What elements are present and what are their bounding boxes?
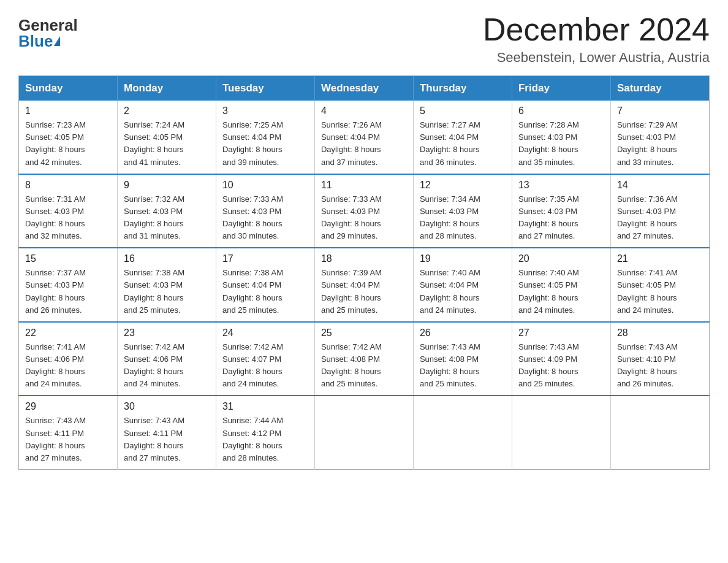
day-number: 21 bbox=[617, 253, 703, 264]
day-cell: 1 Sunrise: 7:23 AM Sunset: 4:05 PM Dayli… bbox=[19, 101, 118, 174]
day-cell: 22 Sunrise: 7:41 AM Sunset: 4:06 PM Dayl… bbox=[19, 322, 118, 396]
day-cell: 10 Sunrise: 7:33 AM Sunset: 4:03 PM Dayl… bbox=[216, 174, 314, 248]
day-info: Sunrise: 7:36 AM Sunset: 4:03 PM Dayligh… bbox=[617, 193, 703, 243]
header-saturday: Saturday bbox=[610, 76, 709, 101]
logo-general-text: General bbox=[18, 17, 78, 33]
day-cell: 18 Sunrise: 7:39 AM Sunset: 4:04 PM Dayl… bbox=[314, 248, 413, 322]
day-number: 23 bbox=[124, 327, 210, 339]
day-number: 26 bbox=[420, 327, 506, 339]
logo-triangle-icon bbox=[54, 36, 60, 46]
day-cell: 20 Sunrise: 7:40 AM Sunset: 4:05 PM Dayl… bbox=[512, 248, 610, 322]
calendar-subtitle: Seebenstein, Lower Austria, Austria bbox=[483, 50, 710, 66]
day-number: 27 bbox=[518, 327, 604, 339]
day-number: 12 bbox=[420, 180, 506, 191]
day-cell: 17 Sunrise: 7:38 AM Sunset: 4:04 PM Dayl… bbox=[216, 248, 314, 322]
day-info: Sunrise: 7:34 AM Sunset: 4:03 PM Dayligh… bbox=[420, 193, 506, 243]
day-number: 10 bbox=[222, 180, 308, 191]
day-info: Sunrise: 7:26 AM Sunset: 4:04 PM Dayligh… bbox=[321, 119, 407, 169]
day-cell: 15 Sunrise: 7:37 AM Sunset: 4:03 PM Dayl… bbox=[19, 248, 118, 322]
day-cell: 7 Sunrise: 7:29 AM Sunset: 4:03 PM Dayli… bbox=[610, 101, 709, 174]
day-number: 16 bbox=[124, 253, 210, 264]
day-cell: 19 Sunrise: 7:40 AM Sunset: 4:04 PM Dayl… bbox=[413, 248, 512, 322]
day-cell: 2 Sunrise: 7:24 AM Sunset: 4:05 PM Dayli… bbox=[117, 101, 216, 174]
day-info: Sunrise: 7:33 AM Sunset: 4:03 PM Dayligh… bbox=[321, 193, 407, 243]
title-section: December 2024 Seebenstein, Lower Austria… bbox=[483, 12, 710, 66]
day-number: 20 bbox=[518, 253, 604, 264]
day-info: Sunrise: 7:35 AM Sunset: 4:03 PM Dayligh… bbox=[518, 193, 604, 243]
day-cell: 27 Sunrise: 7:43 AM Sunset: 4:09 PM Dayl… bbox=[512, 322, 610, 396]
day-number: 6 bbox=[518, 105, 604, 117]
day-number: 24 bbox=[222, 327, 308, 339]
day-number: 25 bbox=[321, 327, 407, 339]
day-number: 2 bbox=[124, 105, 210, 117]
day-cell: 24 Sunrise: 7:42 AM Sunset: 4:07 PM Dayl… bbox=[216, 322, 314, 396]
header-monday: Monday bbox=[117, 76, 216, 101]
day-number: 22 bbox=[25, 327, 111, 339]
page-header: General Blue December 2024 Seebenstein, … bbox=[18, 12, 710, 66]
day-info: Sunrise: 7:38 AM Sunset: 4:04 PM Dayligh… bbox=[222, 267, 308, 316]
day-cell: 6 Sunrise: 7:28 AM Sunset: 4:03 PM Dayli… bbox=[512, 101, 610, 174]
day-number: 13 bbox=[518, 180, 604, 191]
day-cell: 21 Sunrise: 7:41 AM Sunset: 4:05 PM Dayl… bbox=[610, 248, 709, 322]
week-row-2: 8 Sunrise: 7:31 AM Sunset: 4:03 PM Dayli… bbox=[19, 174, 710, 248]
day-number: 7 bbox=[617, 105, 703, 117]
day-cell: 26 Sunrise: 7:43 AM Sunset: 4:08 PM Dayl… bbox=[413, 322, 512, 396]
day-info: Sunrise: 7:32 AM Sunset: 4:03 PM Dayligh… bbox=[124, 193, 210, 243]
day-info: Sunrise: 7:43 AM Sunset: 4:08 PM Dayligh… bbox=[420, 341, 506, 391]
day-info: Sunrise: 7:40 AM Sunset: 4:04 PM Dayligh… bbox=[420, 267, 506, 316]
day-cell: 25 Sunrise: 7:42 AM Sunset: 4:08 PM Dayl… bbox=[314, 322, 413, 396]
day-number: 30 bbox=[124, 401, 210, 412]
day-cell: 12 Sunrise: 7:34 AM Sunset: 4:03 PM Dayl… bbox=[413, 174, 512, 248]
day-cell: 31 Sunrise: 7:44 AM Sunset: 4:12 PM Dayl… bbox=[216, 396, 314, 469]
day-info: Sunrise: 7:29 AM Sunset: 4:03 PM Dayligh… bbox=[617, 119, 703, 169]
weekday-header-row: Sunday Monday Tuesday Wednesday Thursday… bbox=[19, 76, 710, 101]
day-info: Sunrise: 7:24 AM Sunset: 4:05 PM Dayligh… bbox=[124, 119, 210, 169]
day-number: 1 bbox=[25, 105, 111, 117]
header-tuesday: Tuesday bbox=[216, 76, 314, 101]
logo: General Blue bbox=[18, 12, 78, 49]
day-cell bbox=[314, 396, 413, 469]
day-info: Sunrise: 7:28 AM Sunset: 4:03 PM Dayligh… bbox=[518, 119, 604, 169]
header-thursday: Thursday bbox=[413, 76, 512, 101]
day-cell bbox=[512, 396, 610, 469]
week-row-3: 15 Sunrise: 7:37 AM Sunset: 4:03 PM Dayl… bbox=[19, 248, 710, 322]
day-info: Sunrise: 7:27 AM Sunset: 4:04 PM Dayligh… bbox=[420, 119, 506, 169]
day-info: Sunrise: 7:37 AM Sunset: 4:03 PM Dayligh… bbox=[25, 267, 111, 316]
day-number: 9 bbox=[124, 180, 210, 191]
week-row-4: 22 Sunrise: 7:41 AM Sunset: 4:06 PM Dayl… bbox=[19, 322, 710, 396]
day-cell: 28 Sunrise: 7:43 AM Sunset: 4:10 PM Dayl… bbox=[610, 322, 709, 396]
day-info: Sunrise: 7:42 AM Sunset: 4:07 PM Dayligh… bbox=[222, 341, 308, 391]
day-info: Sunrise: 7:23 AM Sunset: 4:05 PM Dayligh… bbox=[25, 119, 111, 169]
day-number: 28 bbox=[617, 327, 703, 339]
day-cell: 14 Sunrise: 7:36 AM Sunset: 4:03 PM Dayl… bbox=[610, 174, 709, 248]
day-cell: 29 Sunrise: 7:43 AM Sunset: 4:11 PM Dayl… bbox=[19, 396, 118, 469]
day-cell: 23 Sunrise: 7:42 AM Sunset: 4:06 PM Dayl… bbox=[117, 322, 216, 396]
day-info: Sunrise: 7:38 AM Sunset: 4:03 PM Dayligh… bbox=[124, 267, 210, 316]
day-info: Sunrise: 7:42 AM Sunset: 4:06 PM Dayligh… bbox=[124, 341, 210, 391]
day-number: 11 bbox=[321, 180, 407, 191]
day-cell: 3 Sunrise: 7:25 AM Sunset: 4:04 PM Dayli… bbox=[216, 101, 314, 174]
day-cell: 13 Sunrise: 7:35 AM Sunset: 4:03 PM Dayl… bbox=[512, 174, 610, 248]
day-number: 17 bbox=[222, 253, 308, 264]
day-info: Sunrise: 7:41 AM Sunset: 4:06 PM Dayligh… bbox=[25, 341, 111, 391]
day-info: Sunrise: 7:43 AM Sunset: 4:10 PM Dayligh… bbox=[617, 341, 703, 391]
day-cell: 8 Sunrise: 7:31 AM Sunset: 4:03 PM Dayli… bbox=[19, 174, 118, 248]
day-info: Sunrise: 7:43 AM Sunset: 4:11 PM Dayligh… bbox=[124, 415, 210, 464]
day-info: Sunrise: 7:40 AM Sunset: 4:05 PM Dayligh… bbox=[518, 267, 604, 316]
day-number: 3 bbox=[222, 105, 308, 117]
day-info: Sunrise: 7:43 AM Sunset: 4:11 PM Dayligh… bbox=[25, 415, 111, 464]
day-cell: 16 Sunrise: 7:38 AM Sunset: 4:03 PM Dayl… bbox=[117, 248, 216, 322]
day-cell: 5 Sunrise: 7:27 AM Sunset: 4:04 PM Dayli… bbox=[413, 101, 512, 174]
day-info: Sunrise: 7:25 AM Sunset: 4:04 PM Dayligh… bbox=[222, 119, 308, 169]
week-row-5: 29 Sunrise: 7:43 AM Sunset: 4:11 PM Dayl… bbox=[19, 396, 710, 469]
day-info: Sunrise: 7:43 AM Sunset: 4:09 PM Dayligh… bbox=[518, 341, 604, 391]
header-friday: Friday bbox=[512, 76, 610, 101]
week-row-1: 1 Sunrise: 7:23 AM Sunset: 4:05 PM Dayli… bbox=[19, 101, 710, 174]
logo-blue-text: Blue bbox=[18, 33, 63, 49]
day-info: Sunrise: 7:42 AM Sunset: 4:08 PM Dayligh… bbox=[321, 341, 407, 391]
day-info: Sunrise: 7:31 AM Sunset: 4:03 PM Dayligh… bbox=[25, 193, 111, 243]
day-number: 8 bbox=[25, 180, 111, 191]
day-number: 4 bbox=[321, 105, 407, 117]
day-info: Sunrise: 7:33 AM Sunset: 4:03 PM Dayligh… bbox=[222, 193, 308, 243]
day-number: 15 bbox=[25, 253, 111, 264]
